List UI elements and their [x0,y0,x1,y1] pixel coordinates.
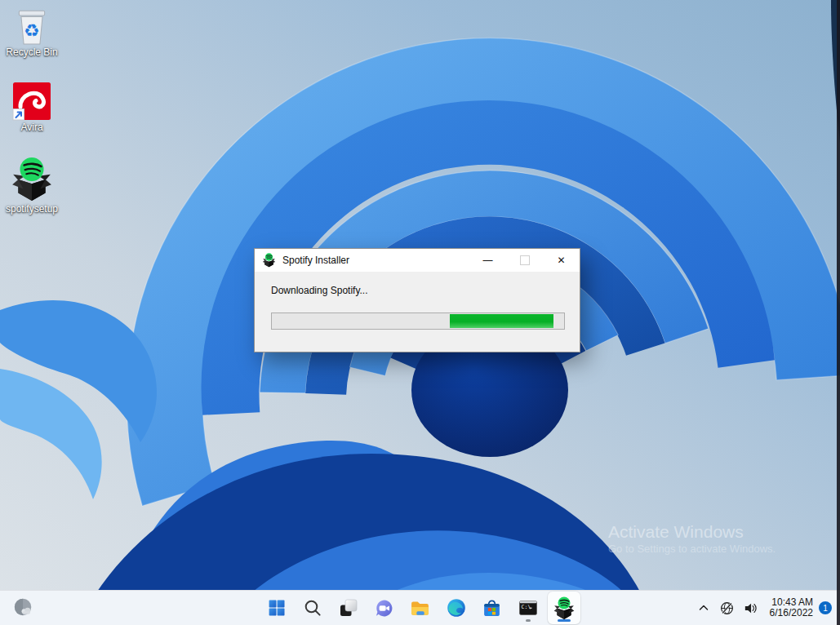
spotify-box-icon [553,596,575,620]
close-button[interactable]: ✕ [543,249,580,272]
file-explorer-button[interactable] [404,592,437,624]
desktop-icon-recycle-bin[interactable]: Recycle Bin [0,7,64,58]
task-view-button[interactable] [332,592,365,624]
weather-widget-icon [13,597,34,618]
edge-button[interactable] [440,592,473,624]
start-button[interactable] [260,592,293,624]
progress-chunk [450,314,553,328]
spotify-installer-window: Spotify Installer — ✕ Downloading Spotif… [254,248,580,352]
window-title: Spotify Installer [282,255,349,266]
taskbar: 10:43 AM 6/16/2022 1 [0,590,840,625]
widgets-button[interactable] [13,596,46,619]
desktop-icon-label: spotifysetup [0,204,64,215]
hidden-icons-button[interactable] [692,601,715,615]
search-button[interactable] [296,592,329,624]
clock[interactable]: 10:43 AM 6/16/2022 [770,597,813,618]
spotify-box-icon [11,157,52,202]
running-indicator [526,619,531,622]
store-button[interactable] [476,592,509,624]
notification-badge[interactable]: 1 [819,601,832,614]
clock-date: 6/16/2022 [770,608,813,618]
folder-icon [410,598,430,618]
chat-icon [374,598,394,618]
desktop-icon-label: Avira [0,122,64,133]
screen-right-edge [837,0,840,625]
chat-button[interactable] [368,592,401,624]
recycle-bin-icon [13,7,51,46]
spotify-installer-taskbar-button[interactable] [548,592,580,624]
avira-icon [12,82,51,121]
terminal-icon [518,598,538,618]
volume-button[interactable] [739,601,762,616]
taskbar-center-group [259,592,582,624]
download-status-text: Downloading Spotify... [271,285,368,296]
spotify-box-icon [262,253,276,268]
system-tray: 10:43 AM 6/16/2022 1 [692,591,833,625]
download-progress-bar [271,312,565,330]
task-view-icon [339,598,358,618]
maximize-button [506,249,543,272]
desktop-icon-avira[interactable]: Avira [0,82,64,133]
chevron-up-icon [696,601,711,615]
speaker-icon [743,601,758,616]
network-button[interactable] [715,601,739,616]
globe-offline-icon [719,601,735,616]
search-icon [303,598,322,618]
terminal-button[interactable] [512,592,544,624]
desktop-icon-label: Recycle Bin [0,47,64,58]
store-icon [482,598,502,618]
desktop-icon-spotifysetup[interactable]: spotifysetup [0,157,64,215]
maximize-icon [520,255,530,265]
active-indicator [558,619,571,622]
minimize-button[interactable]: — [469,249,506,272]
edge-icon [447,598,466,618]
installer-titlebar[interactable]: Spotify Installer — ✕ [255,249,580,272]
start-icon [267,598,287,618]
